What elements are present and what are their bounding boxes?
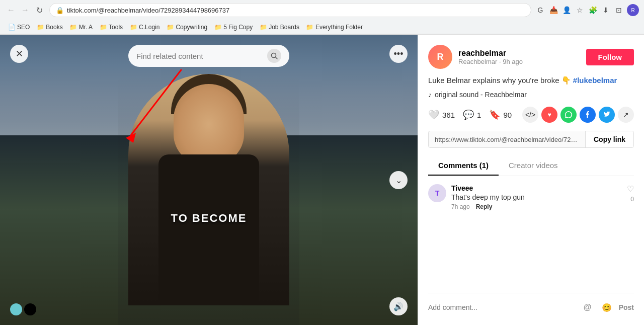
more-icon: •••	[394, 49, 404, 59]
bookmark-seo-label: SEO	[17, 24, 30, 31]
lock-icon: 🔒	[56, 7, 64, 14]
sound-text: original sound - Reachbelmar	[435, 91, 527, 99]
creator-header: R reachbelmar Reachbelmar · 9h ago Follo…	[428, 45, 634, 69]
bookmarks-stat[interactable]: 🔖 90	[489, 109, 512, 120]
star-icon[interactable]: ☆	[575, 5, 585, 15]
share-more-button[interactable]: ↗	[618, 107, 634, 123]
comment-like-icon[interactable]: ♡	[627, 184, 634, 194]
emoji-icon[interactable]: 😊	[600, 300, 614, 314]
description-text: Luke Belmar explains why you're broke 👇	[428, 76, 571, 85]
comment-meta: 7h ago Reply	[451, 203, 622, 210]
bookmark-mra-label: Mr. A	[79, 24, 93, 31]
bookmark-everything-label: Everything Folder	[315, 24, 363, 31]
url-copy-bar: https://www.tiktok.com/@reachbelmar/vide…	[428, 131, 634, 148]
comment-icon: 💬	[463, 109, 474, 120]
bookmark-figcopy[interactable]: 📁 5 Fig Copy	[211, 23, 256, 32]
comment-username: Tiveee	[451, 184, 622, 192]
share-twitter-button[interactable]	[599, 107, 615, 123]
tiktok-logo-blue	[10, 303, 22, 315]
sound-icon: 🔊	[393, 302, 404, 311]
bookmark-figcopy-label: 5 Fig Copy	[223, 24, 253, 31]
share-icons: </> ♥ ↗	[522, 107, 634, 123]
video-search-bar[interactable]	[128, 45, 289, 67]
share-whatsapp-button[interactable]	[560, 107, 577, 123]
comments-tab[interactable]: Comments (1)	[428, 156, 499, 176]
next-video-button[interactable]: ⌄	[389, 171, 408, 189]
creator-videos-tab[interactable]: Creator videos	[499, 156, 568, 176]
comment-like-count: 0	[630, 196, 634, 203]
address-bar[interactable]: 🔒	[49, 3, 531, 17]
bookmark-copywriting[interactable]: 📁 Copywriting	[164, 23, 210, 32]
bookmark-mra[interactable]: 📁 Mr. A	[67, 23, 96, 32]
creator-name: reachbelmar	[458, 49, 580, 58]
chevron-down-icon: ⌄	[395, 176, 402, 185]
main-content: TO BECOME ✕ •••	[0, 35, 644, 325]
likes-count: 361	[442, 111, 455, 119]
creator-info: reachbelmar Reachbelmar · 9h ago	[458, 49, 580, 65]
creator-avatar[interactable]: R	[428, 45, 452, 69]
profile-icon[interactable]: 👤	[561, 5, 572, 15]
bookmark-copywriting-label: Copywriting	[176, 24, 207, 31]
forward-button[interactable]: →	[19, 4, 31, 16]
comment-item: T Tiveee That's deep my top gun 7h ago R…	[428, 184, 634, 210]
browser-chrome: ← → ↻ 🔒 G 📥 👤 ☆ 🧩 ⬇ ⊡ R 📄 SEO 📁 Books	[0, 0, 644, 35]
bookmark-seo[interactable]: 📄 SEO	[5, 23, 33, 32]
reload-button[interactable]: ↻	[33, 4, 45, 16]
sound-button[interactable]: 🔊	[389, 297, 408, 315]
comment-avatar: T	[428, 184, 446, 202]
figcopy-folder-icon: 📁	[214, 24, 221, 31]
url-input[interactable]	[67, 7, 525, 14]
find-related-content-input[interactable]	[136, 52, 263, 60]
bookmarks-count: 90	[503, 111, 512, 119]
copy-link-button[interactable]: Copy link	[585, 131, 633, 147]
google-icon[interactable]: G	[535, 5, 545, 15]
bookmark-clogin[interactable]: 📁 C.Login	[127, 23, 163, 32]
tiktok-logo-dark	[24, 303, 36, 315]
extension-icon[interactable]: 📥	[548, 5, 558, 15]
bookmark-books[interactable]: 📁 Books	[34, 23, 65, 32]
heart-icon: 🤍	[428, 109, 439, 120]
video-person	[118, 74, 299, 325]
bookmarks-bar: 📄 SEO 📁 Books 📁 Mr. A 📁 Tools 📁 C.Login …	[0, 20, 644, 34]
browser-toolbar: ← → ↻ 🔒 G 📥 👤 ☆ 🧩 ⬇ ⊡ R	[0, 0, 644, 20]
bookmark-books-label: Books	[46, 24, 62, 31]
post-comment-button[interactable]: Post	[619, 303, 634, 311]
copywriting-folder-icon: 📁	[167, 24, 174, 31]
puzzle-icon[interactable]: 🧩	[588, 5, 598, 15]
share-facebook-button[interactable]	[580, 107, 596, 123]
bookmark-everything[interactable]: 📁 Everything Folder	[303, 23, 366, 32]
follow-button[interactable]: Follow	[586, 49, 634, 65]
comment-text: That's deep my top gun	[451, 193, 622, 201]
books-folder-icon: 📁	[37, 24, 44, 31]
comment-actions: ♡ 0	[627, 184, 634, 210]
bookmark-jobboards[interactable]: 📁 Job Boards	[257, 23, 302, 32]
back-button[interactable]: ←	[5, 4, 17, 16]
avatar-initial: R	[437, 52, 444, 62]
share-heart-button[interactable]: ♥	[541, 107, 557, 123]
music-note-icon: ♪	[428, 91, 432, 99]
download-icon[interactable]: ⬇	[601, 5, 611, 15]
search-icon[interactable]	[267, 49, 281, 63]
right-panel: R reachbelmar Reachbelmar · 9h ago Follo…	[418, 35, 644, 325]
bookmark-tools[interactable]: 📁 Tools	[97, 23, 126, 32]
close-button[interactable]: ✕	[10, 45, 28, 63]
hashtag-lukebelmar[interactable]: #lukebelmar	[573, 76, 617, 85]
add-comment-input[interactable]	[428, 299, 576, 315]
tiktok-logo	[10, 303, 36, 315]
mra-folder-icon: 📁	[70, 24, 77, 31]
video-panel[interactable]: TO BECOME ✕ •••	[0, 35, 418, 325]
user-avatar[interactable]: R	[627, 4, 639, 16]
close-icon: ✕	[16, 48, 23, 59]
split-icon[interactable]: ⊡	[614, 5, 624, 15]
content-tabs: Comments (1) Creator videos	[428, 156, 634, 176]
add-comment-bar: @ 😊 Post	[428, 293, 634, 315]
share-code-button[interactable]: </>	[522, 107, 538, 123]
bookmark-icon: 🔖	[489, 109, 500, 120]
mention-icon[interactable]: @	[581, 300, 595, 314]
more-options-button[interactable]: •••	[389, 45, 408, 63]
browser-icons: G 📥 👤 ☆ 🧩 ⬇ ⊡ R	[535, 4, 639, 16]
comments-stat[interactable]: 💬 1	[463, 109, 481, 120]
likes-stat[interactable]: 🤍 361	[428, 109, 455, 120]
nav-buttons: ← → ↻	[5, 4, 45, 16]
reply-button[interactable]: Reply	[476, 203, 493, 210]
